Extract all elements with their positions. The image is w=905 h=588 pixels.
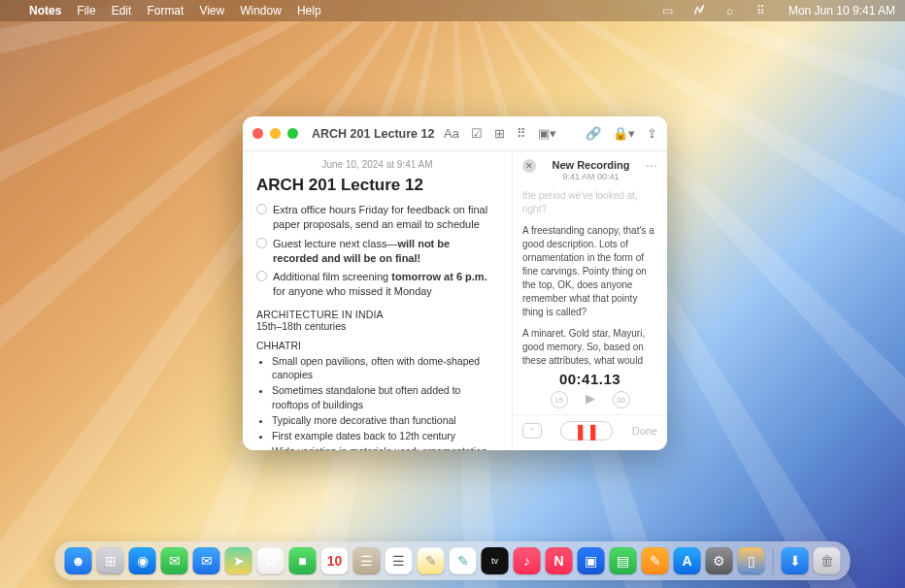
checklist: Extra office hours Friday for feedback o…	[256, 203, 498, 299]
dock-messages[interactable]: ✉	[161, 547, 188, 574]
dock-pages[interactable]: ✎	[642, 547, 669, 574]
menubar-clock[interactable]: Mon Jun 10 9:41 AM	[788, 4, 895, 17]
checklist-button[interactable]: ☑	[471, 126, 483, 141]
list-item: Typically more decorative than functiona…	[272, 413, 498, 427]
link-button[interactable]: 🔗	[586, 126, 601, 141]
dock-safari[interactable]: ◉	[129, 547, 156, 574]
note-heading: ARCH 201 Lecture 12	[256, 176, 498, 195]
menu-window[interactable]: Window	[240, 4, 282, 17]
titlebar: ARCH 201 Lecture 12 Aa ☑ ⊞ ⠿ ▣▾ 🔗 🔒▾ ⇪	[243, 116, 667, 151]
recording-title: New Recording	[542, 159, 640, 171]
dock-mail[interactable]: ✉	[193, 547, 220, 574]
notes-window: ARCH 201 Lecture 12 Aa ☑ ⊞ ⠿ ▣▾ 🔗 🔒▾ ⇪ J…	[243, 116, 667, 450]
recording-subtitle: 9:41 AM 00:41	[542, 172, 640, 181]
list-item: Small open pavilions, often with dome-sh…	[272, 354, 498, 381]
dock: ☻⊞◉✉✉➤✿■10☰☰✎✎tv♪N▣▤✎A⚙▯⬇🗑	[55, 541, 851, 580]
skip-forward-button[interactable]: 30	[613, 391, 630, 408]
window-title: ARCH 201 Lecture 12	[312, 127, 434, 141]
toolbar: Aa ☑ ⊞ ⠿ ▣▾ 🔗 🔒▾ ⇪	[444, 126, 657, 141]
list-item: Sometimes standalone but often added to …	[272, 383, 498, 410]
dock-separator	[773, 549, 774, 574]
skip-back-button[interactable]: 15	[551, 391, 568, 408]
menu-edit[interactable]: Edit	[112, 4, 132, 17]
done-button[interactable]: Done	[632, 425, 657, 437]
table-button[interactable]: ⊞	[494, 126, 505, 141]
note-date: June 10, 2024 at 9:41 AM	[256, 159, 498, 170]
audio-button[interactable]: ⠿	[517, 126, 526, 141]
spotlight-icon[interactable]: ⌕	[722, 4, 738, 17]
dock-trash[interactable]: 🗑	[814, 547, 841, 574]
dock-contacts[interactable]: ☰	[353, 547, 381, 574]
dock-calendar[interactable]: 10	[321, 547, 349, 574]
window-close-button[interactable]	[252, 128, 263, 139]
close-panel-button[interactable]: ✕	[522, 159, 536, 173]
dock-news[interactable]: N	[546, 547, 573, 574]
bullet-list: Small open pavilions, often with dome-sh…	[256, 354, 498, 450]
media-button[interactable]: ▣▾	[538, 126, 556, 141]
dock-tv[interactable]: tv	[482, 547, 509, 574]
dock-numbers[interactable]: ▤	[610, 547, 637, 574]
window-zoom-button[interactable]	[287, 128, 298, 139]
checklist-item[interactable]: Guest lecture next class—will not be rec…	[256, 237, 498, 266]
dock-iphone[interactable]: ▯	[738, 547, 765, 574]
dock-appstore[interactable]: A	[674, 547, 701, 574]
menu-format[interactable]: Format	[147, 4, 184, 17]
dock-notes[interactable]: ✎	[418, 547, 445, 574]
transcript-quote-button[interactable]: “	[522, 423, 542, 439]
checklist-item[interactable]: Additional film screening tomorrow at 6 …	[256, 270, 498, 299]
list-item: Wide variation in materials used; orname…	[272, 444, 498, 450]
battery-icon[interactable]: ▭	[660, 4, 676, 17]
section-subtitle: 15th–18th centuries	[256, 320, 498, 332]
transcript-line: A freestanding canopy, that's a good des…	[522, 224, 657, 319]
dock-keynote[interactable]: ▣	[578, 547, 605, 574]
checkbox-icon[interactable]	[256, 271, 267, 281]
control-center-icon[interactable]: ⠿	[754, 4, 769, 17]
checklist-item[interactable]: Extra office hours Friday for feedback o…	[256, 203, 498, 232]
dock-freeform[interactable]: ✎	[450, 547, 477, 574]
menu-file[interactable]: File	[77, 4, 95, 17]
transcript-line: the period we've looked at, right?	[522, 189, 657, 216]
transcript: the period we've looked at, right? A fre…	[513, 185, 667, 367]
more-options-button[interactable]: ⋯	[646, 159, 657, 173]
format-text-button[interactable]: Aa	[444, 126, 459, 141]
dock-launchpad[interactable]: ⊞	[97, 547, 124, 574]
lock-button[interactable]: 🔒▾	[613, 126, 635, 141]
menubar: Notes File Edit Format View Window Help …	[0, 0, 905, 21]
pause-recording-button[interactable]: ❚❚	[560, 421, 613, 441]
dock-finder[interactable]: ☻	[65, 547, 92, 574]
checkbox-icon[interactable]	[256, 204, 267, 214]
recording-timer: 00:41.13	[513, 367, 667, 391]
play-button[interactable]: ▶	[586, 391, 595, 408]
share-button[interactable]: ⇪	[647, 126, 657, 141]
dock-music[interactable]: ♪	[514, 547, 541, 574]
note-body[interactable]: June 10, 2024 at 9:41 AM ARCH 201 Lectur…	[243, 151, 512, 450]
transcript-line: A minaret. Gold star, Mayuri, good memor…	[522, 327, 657, 367]
menu-app-name[interactable]: Notes	[29, 4, 61, 17]
checkbox-icon[interactable]	[256, 238, 267, 248]
dock-downloads[interactable]: ⬇	[782, 547, 809, 574]
wifi-icon[interactable]: 🗲	[691, 4, 707, 17]
recording-panel: ✕ New Recording 9:41 AM 00:41 ⋯ the peri…	[512, 151, 667, 450]
menu-help[interactable]: Help	[297, 4, 321, 17]
subsection-heading: CHHATRI	[256, 340, 498, 351]
section-heading: ARCHITECTURE IN INDIA	[256, 309, 498, 320]
dock-settings[interactable]: ⚙	[706, 547, 733, 574]
dock-photos[interactable]: ✿	[257, 547, 285, 574]
window-minimize-button[interactable]	[270, 128, 281, 139]
dock-maps[interactable]: ➤	[225, 547, 252, 574]
menu-view[interactable]: View	[199, 4, 224, 17]
list-item: First example dates back to 12th century	[272, 429, 498, 442]
dock-facetime[interactable]: ■	[289, 547, 317, 574]
dock-reminders[interactable]: ☰	[385, 547, 413, 574]
